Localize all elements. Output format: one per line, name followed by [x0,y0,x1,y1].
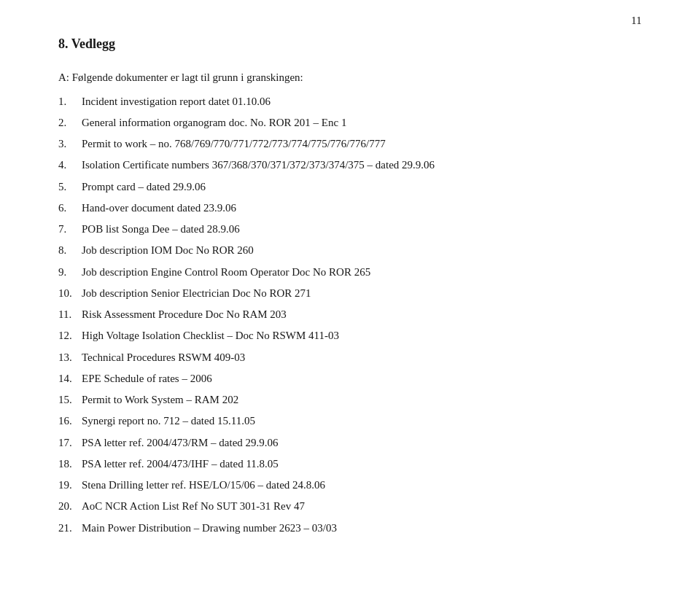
item-text: Stena Drilling letter ref. HSE/LO/15/06 … [82,477,642,494]
item-number: 20. [58,498,82,515]
item-text: Technical Procedures RSWM 409-03 [82,349,642,366]
item-text: Permit to Work System – RAM 202 [82,392,642,408]
item-text: PSA letter ref. 2004/473/IHF – dated 11.… [82,456,642,472]
section-heading: 8. Vedlegg [58,36,642,52]
list-item: 13.Technical Procedures RSWM 409-03 [58,349,642,366]
list-container: 1.Incident investigation report datet 01… [58,93,642,537]
item-text: Job description Engine Control Room Oper… [82,264,642,281]
item-text: AoC NCR Action List Ref No SUT 301-31 Re… [82,498,642,515]
intro-text: A: Følgende dokumenter er lagt til grunn… [58,69,642,86]
list-item: 3.Permit to work – no. 768/769/770/771/7… [58,136,642,152]
item-text: High Voltage Isolation Checklist – Doc N… [82,327,642,344]
item-text: EPE Schedule of rates – 2006 [82,370,642,387]
list-item: 12.High Voltage Isolation Checklist – Do… [58,327,642,344]
item-number: 15. [58,392,82,408]
page-number: 11 [631,15,642,27]
page-container: 11 8. Vedlegg A: Følgende dokumenter er … [0,0,700,570]
list-item: 16.Synergi report no. 712 – dated 15.11.… [58,413,642,429]
item-text: Main Power Distribution – Drawing number… [82,520,642,537]
item-number: 3. [58,136,82,152]
list-item: 5.Prompt card – dated 29.9.06 [58,179,642,195]
list-item: 11.Risk Assessment Procedure Doc No RAM … [58,306,642,323]
list-item: 19.Stena Drilling letter ref. HSE/LO/15/… [58,477,642,494]
list-item: 14.EPE Schedule of rates – 2006 [58,370,642,387]
item-number: 10. [58,285,82,302]
item-number: 7. [58,221,82,238]
item-text: Permit to work – no. 768/769/770/771/772… [82,136,642,152]
list-item: 20.AoC NCR Action List Ref No SUT 301-31… [58,498,642,515]
item-number: 4. [58,157,82,174]
item-text: Isolation Certificate numbers 367/368/37… [82,157,642,174]
item-number: 11. [58,306,82,323]
list-item: 15.Permit to Work System – RAM 202 [58,392,642,408]
item-number: 14. [58,370,82,387]
item-text: Hand-over document dated 23.9.06 [82,200,642,217]
list-item: 7.POB list Songa Dee – dated 28.9.06 [58,221,642,238]
item-text: PSA letter ref. 2004/473/RM – dated 29.9… [82,435,642,451]
list-item: 8.Job description IOM Doc No ROR 260 [58,242,642,259]
item-number: 21. [58,520,82,537]
list-item: 6.Hand-over document dated 23.9.06 [58,200,642,217]
item-text: Incident investigation report datet 01.1… [82,93,642,110]
item-number: 2. [58,114,82,131]
item-number: 1. [58,93,82,110]
item-number: 6. [58,200,82,217]
list-item: 2.General information organogram doc. No… [58,114,642,131]
item-number: 19. [58,477,82,494]
item-number: 12. [58,327,82,344]
item-text: Prompt card – dated 29.9.06 [82,179,642,195]
item-number: 16. [58,413,82,429]
list-item: 9.Job description Engine Control Room Op… [58,264,642,281]
item-text: Job description IOM Doc No ROR 260 [82,242,642,259]
item-number: 9. [58,264,82,281]
item-number: 13. [58,349,82,366]
item-number: 18. [58,456,82,472]
item-text: Synergi report no. 712 – dated 15.11.05 [82,413,642,429]
list-item: 17.PSA letter ref. 2004/473/RM – dated 2… [58,435,642,451]
item-number: 5. [58,179,82,195]
list-item: 1.Incident investigation report datet 01… [58,93,642,110]
item-number: 8. [58,242,82,259]
item-text: POB list Songa Dee – dated 28.9.06 [82,221,642,238]
item-number: 17. [58,435,82,451]
list-item: 18.PSA letter ref. 2004/473/IHF – dated … [58,456,642,472]
item-text: Risk Assessment Procedure Doc No RAM 203 [82,306,642,323]
list-item: 10.Job description Senior Electrician Do… [58,285,642,302]
list-item: 4.Isolation Certificate numbers 367/368/… [58,157,642,174]
list-item: 21.Main Power Distribution – Drawing num… [58,520,642,537]
item-text: Job description Senior Electrician Doc N… [82,285,642,302]
item-text: General information organogram doc. No. … [82,114,642,131]
